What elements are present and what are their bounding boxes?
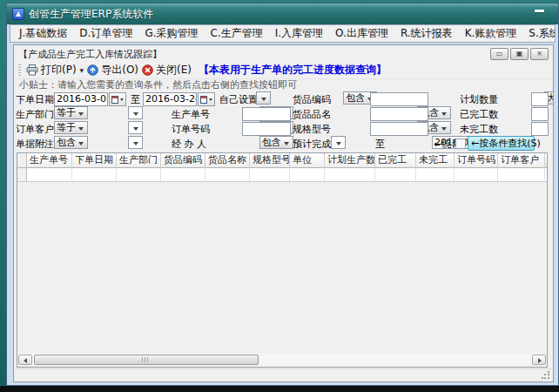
toolbar-note: 【本表用于生产单的完工进度数据查询】 bbox=[199, 63, 387, 78]
order-no-input[interactable] bbox=[242, 122, 291, 136]
menu-item-4[interactable]: I.入库管理 bbox=[275, 26, 323, 41]
item-code-input[interactable] bbox=[370, 92, 428, 106]
grid-column-header-2[interactable]: 生产部门 bbox=[117, 153, 161, 168]
menu-item-8[interactable]: S.系统管理 bbox=[529, 26, 556, 41]
grid-cell[interactable] bbox=[161, 168, 205, 182]
child-window-titlebar[interactable]: 【产成品生产完工入库情况跟踪】 ▭ ▣ × bbox=[14, 45, 553, 62]
item-name-label: 货品品名 bbox=[293, 108, 331, 121]
main-window: 创管生产管理ERP系统软件 J.基础数据D.订单管理G.采购管理C.生产管理I.… bbox=[6, 3, 559, 386]
grid-cell[interactable] bbox=[250, 168, 290, 182]
dept-op-select[interactable]: 等于 bbox=[54, 106, 88, 119]
scrollbar-thumb[interactable] bbox=[34, 355, 259, 365]
grid-cell[interactable] bbox=[498, 168, 545, 182]
chevron-down-icon bbox=[209, 98, 212, 101]
search-button[interactable]: ←按条件查找(S) bbox=[468, 136, 535, 151]
grid-column-header-3[interactable]: 货品编码 bbox=[161, 153, 205, 168]
grid-column-header-4[interactable]: 货品名称 bbox=[205, 153, 250, 168]
grid-column-header-10[interactable]: 订单号码 bbox=[455, 153, 498, 168]
horizontal-scrollbar[interactable] bbox=[18, 354, 546, 366]
grid-row-selector[interactable] bbox=[17, 168, 27, 182]
remark-op-select[interactable]: 包含 bbox=[54, 136, 88, 149]
plan-qty-input[interactable] bbox=[531, 92, 549, 106]
grid-column-header-0[interactable]: 生产单号 bbox=[27, 153, 72, 168]
grid-column-header-5[interactable]: 规格型号 bbox=[250, 153, 290, 168]
window-titlebar[interactable]: 创管生产管理ERP系统软件 bbox=[7, 3, 558, 24]
menu-item-5[interactable]: O.出库管理 bbox=[335, 26, 388, 41]
order-date-to-label: 至 bbox=[131, 93, 140, 106]
menu-bar: J.基础数据D.订单管理G.采购管理C.生产管理I.入库管理O.出库管理R.统计… bbox=[10, 24, 556, 43]
order-no-label: 订单号码 bbox=[172, 123, 210, 136]
grid-column-header-7[interactable]: 计划生产数 bbox=[325, 153, 375, 168]
grid-cell[interactable] bbox=[290, 168, 325, 182]
order-date-from-input[interactable]: 2016-03-01 bbox=[54, 92, 108, 106]
grid-cell[interactable] bbox=[416, 168, 455, 182]
export-button[interactable]: 导出(O) bbox=[87, 63, 138, 78]
grid-cell[interactable] bbox=[72, 168, 117, 182]
grid-column-header-6[interactable]: 单位 bbox=[290, 153, 325, 168]
grid-column-header-1[interactable]: 下单日期 bbox=[72, 153, 117, 168]
undone-qty-label: 未完工数 bbox=[460, 123, 498, 136]
undone-qty-input[interactable] bbox=[531, 122, 549, 136]
done-qty-input[interactable] bbox=[531, 107, 549, 121]
customer-select[interactable] bbox=[128, 121, 143, 134]
remark-select[interactable] bbox=[128, 136, 143, 149]
menu-item-1[interactable]: D.订单管理 bbox=[79, 26, 132, 41]
order-date-from-calendar-button[interactable] bbox=[109, 92, 126, 106]
close-form-button[interactable]: 关闭(E) bbox=[142, 63, 192, 78]
filter-row-3: 订单客户 等于 订单号码 包含 规格型号 包含 未完工数 大于 bbox=[14, 121, 553, 136]
item-code-label: 货品编码 bbox=[293, 93, 331, 106]
item-name-input[interactable] bbox=[370, 107, 428, 121]
handler-select[interactable] bbox=[331, 136, 346, 149]
scroll-right-button[interactable] bbox=[532, 355, 546, 365]
grid-cell[interactable] bbox=[545, 168, 548, 182]
done-qty-label: 已完工数 bbox=[460, 108, 498, 121]
grid-cell[interactable] bbox=[27, 168, 72, 182]
statistics-checkbox[interactable] bbox=[455, 139, 466, 149]
print-button[interactable]: 打印(P) ▼ bbox=[26, 63, 84, 78]
grid-column-header-8[interactable]: 已完工 bbox=[375, 153, 416, 168]
resize-grip-icon[interactable] bbox=[542, 371, 549, 379]
prod-no-input[interactable] bbox=[242, 107, 291, 121]
custom-setting-select[interactable] bbox=[256, 91, 271, 105]
child-minimize-button[interactable]: ▭ bbox=[490, 48, 508, 60]
order-date-to-input[interactable]: 2016-03-24 bbox=[143, 92, 197, 106]
menu-item-7[interactable]: K.账款管理 bbox=[465, 26, 517, 41]
grid-cell[interactable] bbox=[325, 168, 375, 182]
grid-column-header-9[interactable]: 未完工 bbox=[416, 153, 455, 168]
menu-item-6[interactable]: R.统计报表 bbox=[401, 26, 453, 41]
child-window-controls: ▭ ▣ × bbox=[490, 48, 549, 60]
grid-column-header-12[interactable]: 单据附注 bbox=[545, 153, 548, 168]
screen-bottom-edge bbox=[0, 386, 559, 392]
chevron-down-icon bbox=[120, 98, 124, 101]
menu-item-3[interactable]: C.生产管理 bbox=[211, 26, 263, 41]
close-icon bbox=[142, 64, 153, 76]
handler-op-select[interactable]: 包含 bbox=[259, 136, 293, 149]
menu-item-2[interactable]: G.采购管理 bbox=[145, 26, 198, 41]
spec-input[interactable] bbox=[370, 122, 428, 136]
menu-item-0[interactable]: J.基础数据 bbox=[19, 26, 67, 41]
customer-op-select[interactable]: 等于 bbox=[54, 121, 88, 134]
order-date-to-calendar-button[interactable] bbox=[198, 92, 215, 106]
grid-cell[interactable] bbox=[375, 168, 416, 182]
calendar-icon bbox=[200, 96, 207, 104]
print-dropdown-caret[interactable]: ▼ bbox=[80, 67, 84, 73]
dept-select[interactable] bbox=[128, 106, 143, 119]
toolbar-grip bbox=[18, 64, 21, 76]
expect-finish-label: 预计完成 bbox=[293, 138, 331, 151]
grid-cell[interactable] bbox=[455, 168, 498, 182]
filter-panel: 下单日期 2016-03-01 至 2016-03-24 自己设置 货品编码 包… bbox=[14, 91, 553, 152]
child-maximize-button[interactable]: ▣ bbox=[510, 48, 529, 60]
window-minimize-button[interactable] bbox=[535, 10, 544, 12]
grid-empty-row[interactable] bbox=[17, 168, 548, 182]
grid-column-header-11[interactable]: 订单客户 bbox=[498, 153, 545, 168]
scroll-left-button[interactable] bbox=[18, 355, 32, 365]
grid-cell[interactable] bbox=[117, 168, 161, 182]
status-bar bbox=[15, 368, 552, 381]
print-label: 打印(P) bbox=[41, 63, 77, 78]
child-close-button[interactable]: × bbox=[530, 48, 549, 60]
remark-label: 单据附注 bbox=[16, 138, 54, 151]
app-icon bbox=[12, 8, 24, 20]
grid-cell[interactable] bbox=[205, 168, 250, 182]
plan-qty-label: 计划数量 bbox=[460, 93, 498, 106]
arrow-right-icon bbox=[538, 358, 542, 363]
